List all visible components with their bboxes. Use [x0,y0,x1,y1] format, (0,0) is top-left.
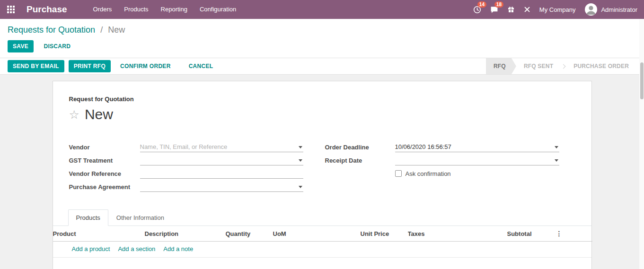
form-left-column: Vendor GST Treatment [69,140,303,193]
chevron-down-icon[interactable] [299,146,302,148]
gst-treatment-field-row: GST Treatment [69,154,303,167]
purchase-agreement-input[interactable] [140,183,303,190]
confirm-order-button[interactable]: CONFIRM ORDER [115,60,176,72]
avatar [584,3,598,16]
column-header-taxes[interactable]: Taxes [408,226,507,242]
column-header-uom[interactable]: UoM [273,226,361,242]
order-deadline-label: Order Deadline [325,144,395,151]
ask-confirmation-checkbox[interactable] [395,170,402,177]
statusbar-states: RFQ RFQ SENT PURCHASE ORDER [486,58,644,74]
record-title: New [85,106,113,122]
discard-button[interactable]: DISCARD [38,40,76,52]
order-lines-table: Product Description Quantity UoM Unit Pr… [53,226,592,242]
vendor-reference-input[interactable] [140,170,303,177]
print-rfq-button[interactable]: PRINT RFQ [69,60,111,72]
scrollbar-track[interactable] [639,19,644,269]
ask-confirmation-field-row: Ask confirmation [395,167,559,180]
column-header-unit-price[interactable]: Unit Price [361,226,408,242]
main-menu: Orders Products Reporting Configuration [87,0,243,19]
gift-icon [507,6,515,13]
activities-button[interactable]: 14 [473,6,481,14]
purchase-agreement-field-row: Purchase Agreement [69,180,303,193]
form-right-column: Order Deadline Receipt Date [325,140,559,193]
user-menu[interactable]: Administrator [584,3,637,16]
order-deadline-field-row: Order Deadline [325,140,559,154]
column-header-subtotal[interactable]: Subtotal [507,226,556,242]
breadcrumb-current: New [108,25,125,35]
chevron-down-icon[interactable] [555,159,558,162]
gst-treatment-label: GST Treatment [69,157,140,164]
app-title[interactable]: Purchase [26,4,67,15]
gst-treatment-input[interactable] [140,156,303,164]
menu-configuration[interactable]: Configuration [194,0,242,19]
menu-reporting[interactable]: Reporting [155,0,194,19]
order-deadline-input[interactable] [395,143,559,150]
receipt-date-field-row: Receipt Date [325,154,559,167]
column-header-description[interactable]: Description [145,226,226,242]
column-header-product[interactable]: Product [53,226,145,242]
purchase-agreement-label: Purchase Agreement [69,183,140,191]
activities-badge: 14 [477,1,486,8]
apps-menu-button[interactable] [0,0,22,19]
scrollbar-thumb[interactable] [640,62,644,99]
chevron-down-icon[interactable] [299,186,302,188]
receipt-date-label: Receipt Date [325,157,395,164]
order-lines-add-row: Add a product Add a section Add a note [53,242,591,258]
gift-button[interactable] [507,6,515,13]
form-fields: Vendor GST Treatment [69,140,575,193]
add-a-product-link[interactable]: Add a product [72,245,110,252]
apps-grid-icon [7,6,15,13]
breadcrumb: Requests for Quotation / New [8,25,636,35]
form-statusbar: SEND BY EMAIL PRINT RFQ CONFIRM ORDER CA… [0,58,644,75]
breadcrumb-separator: / [100,25,103,35]
ask-confirmation-label: Ask confirmation [406,170,451,177]
form-type-label: Request for Quotation [69,95,575,103]
company-menu[interactable]: My Company [539,6,576,13]
statusbar-buttons: SEND BY EMAIL PRINT RFQ CONFIRM ORDER CA… [8,60,226,72]
control-panel: Requests for Quotation / New SAVE DISCAR… [0,19,644,58]
order-lines-header-row: Product Description Quantity UoM Unit Pr… [53,226,592,242]
chevron-down-icon[interactable] [555,146,558,148]
state-rfq[interactable]: RFQ [486,58,516,74]
menu-products[interactable]: Products [118,0,154,19]
form-view-background: Request for Quotation ☆ New Vendor GST T [0,81,644,269]
cancel-button[interactable]: CANCEL [184,60,219,72]
vendor-input[interactable] [140,143,303,150]
add-a-note-link[interactable]: Add a note [163,245,193,252]
form-sheet: Request for Quotation ☆ New Vendor GST T [53,81,592,269]
messages-button[interactable]: 18 [490,6,498,14]
tab-products[interactable]: Products [68,209,108,226]
column-header-quantity[interactable]: Quantity [226,226,273,242]
vendor-reference-field-row: Vendor Reference [69,167,303,180]
chevron-down-icon[interactable] [299,159,302,162]
receipt-date-input[interactable] [395,156,559,164]
state-rfq-sent[interactable]: RFQ SENT [516,58,561,74]
user-name: Administrator [601,6,637,13]
tools-button[interactable] [524,6,530,13]
chevron-right-icon [561,64,566,69]
breadcrumb-parent-link[interactable]: Requests for Quotation [8,25,95,35]
vendor-field-row: Vendor [69,140,303,154]
record-title-row: ☆ New [69,106,575,122]
menu-orders[interactable]: Orders [87,0,118,19]
top-navbar: Purchase Orders Products Reporting Confi… [0,0,644,19]
navbar-systray: 14 18 My Company Administrator [473,3,637,16]
vendor-reference-label: Vendor Reference [69,170,140,177]
state-purchase-order[interactable]: PURCHASE ORDER [566,58,636,74]
send-by-email-button[interactable]: SEND BY EMAIL [8,60,64,72]
vendor-label: Vendor [69,144,140,151]
notebook-tabs: Products Other Information [53,209,591,226]
optional-columns-icon[interactable]: ⋮ [556,230,563,237]
add-a-section-link[interactable]: Add a section [118,245,155,252]
save-button[interactable]: SAVE [8,40,34,52]
messages-badge: 18 [494,1,503,8]
tab-other-information[interactable]: Other Information [108,209,172,226]
favorite-star-icon[interactable]: ☆ [69,109,79,121]
tools-icon [524,6,530,13]
control-panel-buttons: SAVE DISCARD [8,40,636,52]
